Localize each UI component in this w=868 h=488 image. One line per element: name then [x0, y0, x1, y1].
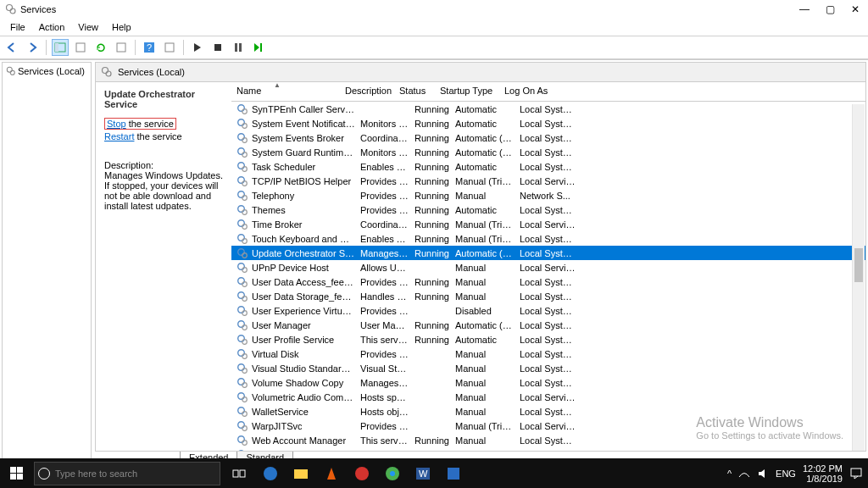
scrollbar-thumb[interactable]: [854, 248, 863, 282]
service-row[interactable]: User Data Access_fee91aProvides ap...Run…: [231, 274, 865, 289]
properties-button[interactable]: [113, 39, 130, 56]
start-button[interactable]: [0, 458, 34, 488]
service-row[interactable]: User ManagerUser Manag...RunningAutomati…: [231, 318, 865, 332]
service-row[interactable]: User Profile ServiceThis service ...Runn…: [231, 332, 865, 347]
tree-item-label: Services (Local): [18, 66, 85, 76]
taskbar-clock[interactable]: 12:02 PM 1/8/2019: [803, 463, 843, 484]
cell-name: TCP/IP NetBIOS Helper: [252, 176, 360, 186]
menu-view[interactable]: View: [71, 20, 105, 34]
refresh-button[interactable]: [92, 39, 109, 56]
service-row[interactable]: Visual Studio Standard Coll...Visual Stu…: [231, 361, 865, 375]
col-name[interactable]: Name: [236, 86, 345, 96]
svg-rect-10: [235, 43, 237, 52]
menu-action[interactable]: Action: [32, 20, 72, 34]
service-row[interactable]: UPnP Device HostAllows UPn...ManualLocal…: [231, 260, 865, 274]
service-row[interactable]: WarpJITSvcProvides a JI...Manual (Trig..…: [231, 419, 865, 433]
service-row[interactable]: TCP/IP NetBIOS HelperProvides su...Runni…: [231, 174, 865, 188]
forward-button[interactable]: [24, 39, 41, 56]
taskbar-app-chrome[interactable]: [378, 458, 407, 488]
service-row[interactable]: Volume Shadow CopyManages an...ManualLoc…: [231, 375, 865, 390]
col-log-on-as[interactable]: Log On As: [504, 86, 565, 96]
cell-logon: Local Syste...: [520, 133, 581, 143]
service-row[interactable]: User Data Storage_fee91aHandles sto...Ru…: [231, 289, 865, 303]
stop-service-link[interactable]: Stop: [107, 119, 126, 129]
cell-logon: Local Syste...: [520, 335, 581, 345]
minimize-button[interactable]: —: [792, 0, 817, 19]
service-row[interactable]: SynTPEnh Caller ServiceRunningAutomaticL…: [231, 102, 865, 116]
cell-status: Running: [415, 119, 455, 129]
service-row[interactable]: ThemesProvides us...RunningAutomaticLoca…: [231, 202, 865, 217]
task-view-button[interactable]: [225, 458, 254, 488]
taskbar-app-word[interactable]: W: [409, 458, 437, 488]
menu-help[interactable]: Help: [105, 20, 138, 34]
cell-startup: Automatic (T...: [455, 320, 520, 330]
cortana-icon: [38, 468, 50, 480]
taskbar-app-vlc[interactable]: [317, 458, 346, 488]
cell-description: Handles sto...: [360, 291, 415, 302]
taskbar-search[interactable]: Type here to search: [34, 462, 220, 485]
cell-startup: Automatic: [455, 205, 520, 215]
taskbar-app-explorer[interactable]: [287, 458, 315, 488]
scrollbar[interactable]: [852, 104, 865, 451]
export-list-button[interactable]: [72, 39, 89, 56]
show-hide-tree-button[interactable]: [52, 39, 69, 56]
svg-point-37: [238, 248, 245, 255]
restart-service-button[interactable]: [250, 39, 267, 56]
cell-description: Provides su...: [360, 176, 415, 186]
service-row[interactable]: System Guard Runtime Mo...Monitors an...…: [231, 145, 865, 159]
col-status[interactable]: Status: [399, 86, 440, 96]
service-row[interactable]: TelephonyProvides Tel...RunningManualNet…: [231, 188, 865, 202]
toolbar-button[interactable]: [161, 39, 178, 56]
tray-chevron-icon[interactable]: ^: [727, 469, 732, 479]
taskbar-app-services[interactable]: [439, 458, 468, 488]
language-indicator[interactable]: ENG: [776, 469, 796, 479]
start-service-button[interactable]: [189, 39, 206, 56]
cell-name: Telephony: [252, 191, 360, 201]
taskbar-app-edge[interactable]: [256, 458, 285, 488]
close-button[interactable]: ✕: [843, 0, 868, 19]
taskbar-app-opera[interactable]: [348, 458, 376, 488]
back-button[interactable]: [3, 39, 20, 56]
service-row[interactable]: Time BrokerCoordinates...RunningManual (…: [231, 217, 865, 231]
cell-logon: Local Syste...: [520, 162, 581, 172]
cell-logon: Local Service: [520, 219, 581, 230]
titlebar: Services — ▢ ✕: [0, 0, 868, 19]
service-row[interactable]: User Experience Virtualizatio...Provides…: [231, 303, 865, 318]
service-row[interactable]: Touch Keyboard and Hand...Enables Tou...…: [231, 231, 865, 246]
cell-description: Allows UPn...: [360, 263, 415, 273]
action-center-icon[interactable]: [849, 467, 863, 480]
cell-status: Running: [415, 176, 455, 186]
cell-startup: Automatic (D...: [455, 248, 520, 258]
cell-description: Coordinates...: [360, 219, 415, 230]
service-row[interactable]: Virtual DiskProvides m...ManualLocal Sys…: [231, 347, 865, 361]
svg-point-61: [238, 421, 245, 428]
service-row[interactable]: Task SchedulerEnables a us...RunningAuto…: [231, 159, 865, 174]
help-button[interactable]: ?: [141, 39, 158, 56]
service-row[interactable]: WebClientEnables Win...Manual (Trig...Lo…: [231, 447, 865, 451]
svg-rect-79: [233, 470, 238, 477]
svg-point-47: [238, 320, 245, 327]
pause-service-button[interactable]: [230, 39, 247, 56]
cell-logon: Local Service: [520, 392, 581, 402]
cell-name: System Guard Runtime Mo...: [252, 147, 360, 158]
maximize-button[interactable]: ▢: [817, 0, 843, 19]
cell-status: Running: [415, 335, 455, 345]
tree-item-services-local[interactable]: Services (Local): [3, 64, 91, 78]
svg-rect-75: [10, 467, 16, 473]
service-row[interactable]: Web Account ManagerThis service ...Runni…: [231, 433, 865, 447]
main-content: Services (Local) Services (Local) Update…: [0, 59, 868, 466]
service-row[interactable]: System Events BrokerCoordinates...Runnin…: [231, 130, 865, 145]
menu-file[interactable]: File: [3, 20, 32, 34]
description-text: Manages Windows Updates. If stopped, you…: [104, 170, 223, 211]
service-row[interactable]: Volumetric Audio Composit...Hosts spatia…: [231, 390, 865, 404]
volume-icon[interactable]: [757, 468, 769, 480]
stop-service-button[interactable]: [209, 39, 226, 56]
service-row[interactable]: Update Orchestrator ServiceManages W...R…: [231, 246, 865, 260]
col-description[interactable]: Description: [345, 86, 399, 96]
restart-service-link[interactable]: Restart: [104, 131, 134, 141]
network-icon[interactable]: [738, 468, 750, 480]
service-row[interactable]: System Event Notification S...Monitors s…: [231, 116, 865, 130]
service-row[interactable]: WalletServiceHosts objec...ManualLocal S…: [231, 404, 865, 419]
cell-name: User Data Access_fee91a: [252, 277, 360, 287]
col-startup-type[interactable]: Startup Type: [440, 86, 504, 96]
